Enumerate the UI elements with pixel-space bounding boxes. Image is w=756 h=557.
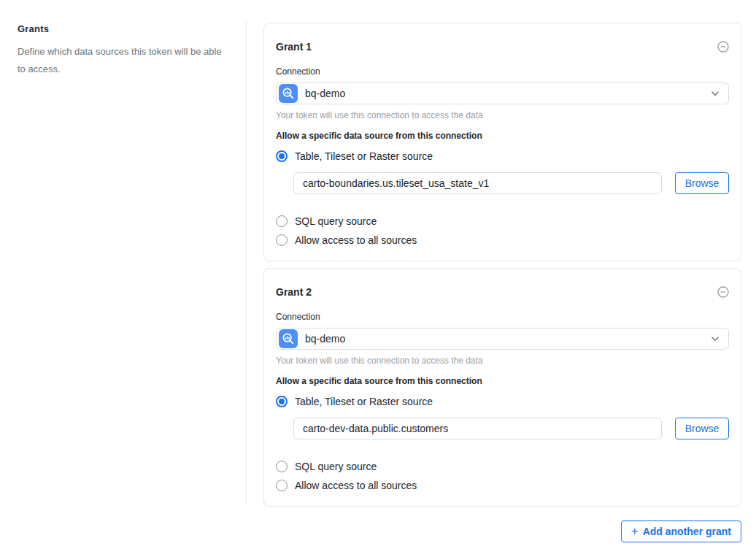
chevron-down-icon [711,91,719,96]
remove-grant-button[interactable] [717,41,729,53]
radio-allow-all[interactable]: Allow access to all sources [276,480,729,491]
vertical-divider [246,22,247,505]
radio-label: SQL query source [295,215,377,227]
connection-value: bq-demo [305,333,711,345]
source-input[interactable] [293,418,662,439]
minus-circle-icon [717,41,729,53]
source-row: Browse [293,172,729,194]
grant-card-header: Grant 1 [276,41,729,53]
radio-label: SQL query source [295,461,377,472]
radio-label: Table, Tileset or Raster source [295,396,433,407]
remove-grant-button[interactable] [717,286,729,298]
minus-circle-icon [717,286,729,298]
plus-icon: + [631,525,639,537]
bigquery-icon [279,84,298,103]
add-grant-row: + Add another grant [263,520,741,542]
source-row: Browse [293,418,729,439]
grant-card-1: Grant 1 Connection bq-demo Your token wi… [263,23,741,261]
radio-unselected-icon[interactable] [276,234,288,246]
add-grant-label: Add another grant [643,526,731,537]
grants-sidebar-section: Grants Define which data sources this to… [18,23,226,78]
radio-table-tileset-raster[interactable]: Table, Tileset or Raster source [276,150,729,162]
radio-unselected-icon[interactable] [276,461,288,472]
connection-label: Connection [276,66,729,77]
connection-select[interactable]: bq-demo [276,82,729,104]
connection-value: bq-demo [305,88,711,99]
radio-sql-query[interactable]: SQL query source [276,215,729,227]
connection-helper-text: Your token will use this connection to a… [276,110,729,120]
chevron-down-icon [711,337,719,342]
radio-selected-icon[interactable] [276,396,288,407]
bigquery-icon [279,329,298,348]
sidebar-heading: Grants [18,23,226,34]
add-another-grant-button[interactable]: + Add another grant [621,520,741,542]
radio-unselected-icon[interactable] [276,480,288,491]
allow-specific-label: Allow a specific data source from this c… [276,131,729,141]
browse-button[interactable]: Browse [675,418,729,439]
radio-selected-icon[interactable] [276,150,288,162]
radio-label: Allow access to all sources [295,480,417,491]
radio-label: Allow access to all sources [295,234,417,246]
radio-allow-all[interactable]: Allow access to all sources [276,234,729,246]
radio-table-tileset-raster[interactable]: Table, Tileset or Raster source [276,396,729,407]
connection-select[interactable]: bq-demo [276,328,729,350]
grant-title: Grant 2 [276,286,312,298]
grant-title: Grant 1 [276,41,312,53]
allow-specific-label: Allow a specific data source from this c… [276,376,729,386]
grants-panel: Grant 1 Connection bq-demo Your token wi… [263,23,741,542]
radio-unselected-icon[interactable] [276,215,288,227]
connection-label: Connection [276,312,729,322]
source-input[interactable] [293,172,662,194]
connection-helper-text: Your token will use this connection to a… [276,356,729,366]
radio-sql-query[interactable]: SQL query source [276,461,729,472]
sidebar-description: Define which data sources this token wil… [18,43,226,78]
grant-card-header: Grant 2 [276,286,729,298]
browse-button[interactable]: Browse [675,172,729,194]
grant-card-2: Grant 2 Connection bq-demo Your token wi… [263,268,741,507]
radio-label: Table, Tileset or Raster source [295,150,433,162]
